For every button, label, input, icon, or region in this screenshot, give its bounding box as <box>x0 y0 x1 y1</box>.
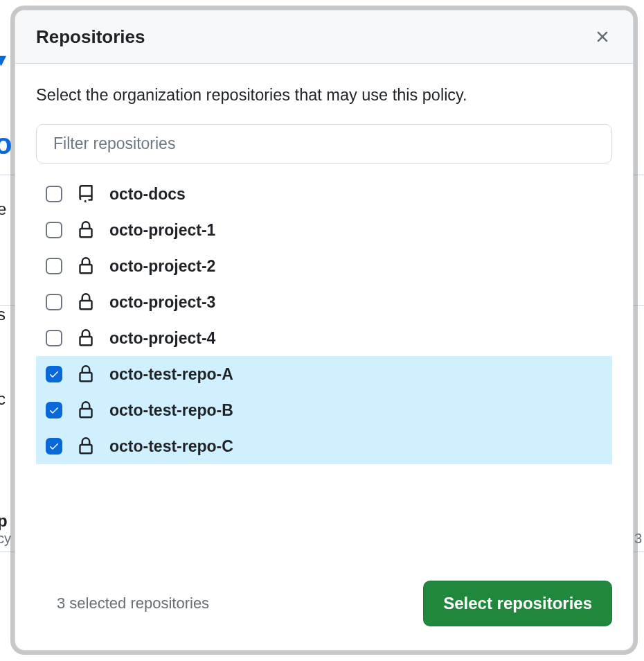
modal-header: Repositories <box>15 10 633 64</box>
lock-icon <box>76 220 96 240</box>
repo-name: octo-project-4 <box>109 329 215 348</box>
repo-checkbox[interactable] <box>46 294 62 310</box>
selected-count-text: 3 selected repositories <box>36 594 209 612</box>
repo-name: octo-docs <box>109 185 186 204</box>
repo-name: octo-project-1 <box>109 221 215 240</box>
repo-name: octo-test-repo-B <box>109 401 233 420</box>
repository-item[interactable]: octo-project-3 <box>36 284 612 320</box>
repo-checkbox[interactable] <box>46 402 62 418</box>
select-repositories-button[interactable]: Select repositories <box>423 581 612 626</box>
lock-icon <box>76 328 96 348</box>
repository-item[interactable]: octo-test-repo-C <box>36 428 612 464</box>
repo-name: octo-test-repo-A <box>109 365 233 384</box>
close-button[interactable] <box>591 26 614 48</box>
modal-body: Select the organization repositories tha… <box>15 64 633 565</box>
repo-checkbox[interactable] <box>46 186 62 202</box>
repository-list: octo-docsocto-project-1octo-project-2oct… <box>36 176 612 464</box>
repo-checkbox[interactable] <box>46 366 62 382</box>
repository-item[interactable]: octo-project-2 <box>36 248 612 284</box>
modal-footer: 3 selected repositories Select repositor… <box>15 565 633 650</box>
filter-repositories-input[interactable] <box>36 124 612 164</box>
lock-icon <box>76 364 96 384</box>
modal-title: Repositories <box>36 26 145 48</box>
repository-item[interactable]: octo-docs <box>36 176 612 212</box>
repositories-modal: Repositories Select the organization rep… <box>15 10 634 651</box>
repo-checkbox[interactable] <box>46 258 62 274</box>
repo-name: octo-project-3 <box>109 293 215 312</box>
repo-name: octo-project-2 <box>109 257 215 276</box>
lock-icon <box>76 256 96 276</box>
close-icon <box>593 28 611 46</box>
repo-icon <box>76 184 96 204</box>
modal-description: Select the organization repositories tha… <box>36 86 612 105</box>
repo-name: octo-test-repo-C <box>109 437 233 456</box>
repository-item[interactable]: octo-project-4 <box>36 320 612 356</box>
lock-icon <box>76 400 96 420</box>
lock-icon <box>76 292 96 312</box>
lock-icon <box>76 437 96 456</box>
repo-checkbox[interactable] <box>46 330 62 346</box>
repo-checkbox[interactable] <box>46 438 62 455</box>
repository-item[interactable]: octo-project-1 <box>36 212 612 248</box>
repository-item[interactable]: octo-test-repo-A <box>36 356 612 392</box>
repository-item[interactable]: octo-test-repo-B <box>36 392 612 428</box>
repo-checkbox[interactable] <box>46 222 62 238</box>
